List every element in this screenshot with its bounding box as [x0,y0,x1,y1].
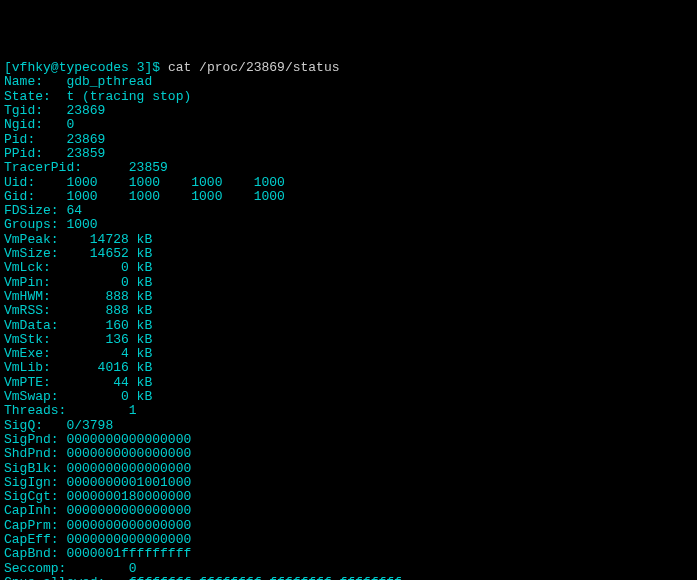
output-line: PPid: 23859 [4,146,105,161]
output-line: Gid: 1000 1000 1000 1000 [4,189,285,204]
output-line: VmHWM: 888 kB [4,289,152,304]
prompt-dollar: $ [152,60,168,75]
output-line: VmData: 160 kB [4,318,152,333]
output-line: FDSize: 64 [4,203,82,218]
output-line: VmSize: 14652 kB [4,246,152,261]
output-line: SigBlk: 0000000000000000 [4,461,191,476]
output-line: Name: gdb_pthread [4,74,152,89]
output-line: SigCgt: 0000000180000000 [4,489,191,504]
command-text: cat /proc/23869/status [168,60,340,75]
output-line: Ngid: 0 [4,117,74,132]
prompt-path: 3 [129,60,145,75]
output-line: Threads: 1 [4,403,137,418]
output-line: Seccomp: 0 [4,561,137,576]
output-line: Groups: 1000 [4,217,98,232]
prompt-host: typecodes [59,60,129,75]
output-line: VmPin: 0 kB [4,275,152,290]
output-line: Pid: 23869 [4,132,105,147]
output-line: VmExe: 4 kB [4,346,152,361]
output-line: VmLck: 0 kB [4,260,152,275]
output-line: VmSwap: 0 kB [4,389,152,404]
output-line: CapPrm: 0000000000000000 [4,518,191,533]
output-line: VmStk: 136 kB [4,332,152,347]
output-line: TracerPid: 23859 [4,160,168,175]
prompt-at: @ [51,60,59,75]
prompt-user: vfhky [12,60,51,75]
output-line: VmPeak: 14728 kB [4,232,152,247]
output-line: SigQ: 0/3798 [4,418,113,433]
output-line: VmRSS: 888 kB [4,303,152,318]
output-line: CapInh: 0000000000000000 [4,503,191,518]
output-line: VmPTE: 44 kB [4,375,152,390]
prompt-open-bracket: [ [4,60,12,75]
terminal[interactable]: [vfhky@typecodes 3]$ cat /proc/23869/sta… [4,61,693,580]
output-line: Cpus_allowed: ffffffff,ffffffff,ffffffff… [4,575,402,580]
output-line: Uid: 1000 1000 1000 1000 [4,175,285,190]
output-line: SigIgn: 0000000001001000 [4,475,191,490]
output-line: SigPnd: 0000000000000000 [4,432,191,447]
output-line: CapEff: 0000000000000000 [4,532,191,547]
output-line: State: t (tracing stop) [4,89,191,104]
prompt-line: [vfhky@typecodes 3]$ cat /proc/23869/sta… [4,60,340,75]
output-line: Tgid: 23869 [4,103,105,118]
output-line: ShdPnd: 0000000000000000 [4,446,191,461]
output-line: VmLib: 4016 kB [4,360,152,375]
output-line: CapBnd: 0000001fffffffff [4,546,191,561]
